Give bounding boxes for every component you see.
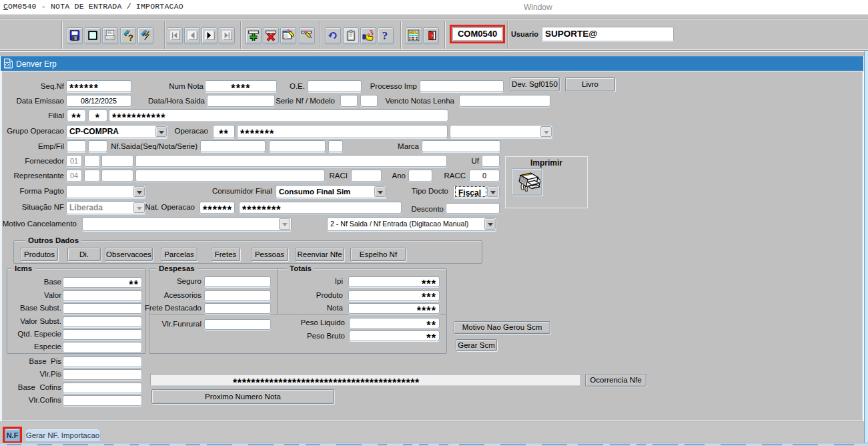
- svg-text:?: ?: [128, 33, 133, 41]
- svg-text:?: ?: [382, 29, 388, 41]
- svg-text:Menu: Menu: [408, 30, 418, 35]
